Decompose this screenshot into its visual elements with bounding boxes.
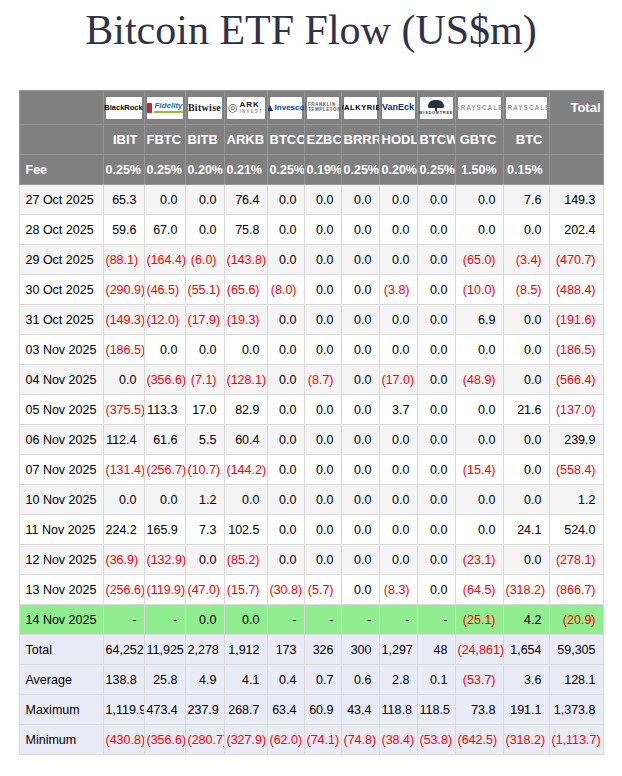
flow-value-cell: -: [379, 605, 417, 635]
flow-value-cell: 0.0: [144, 335, 185, 365]
wisdomtree-logo: WISDOMTREE: [420, 97, 453, 119]
ticker-cell: HODL: [379, 125, 417, 155]
franklin-logo: FRANKLINTEMPLETON: [307, 97, 339, 119]
flow-value-cell: 0.0: [379, 215, 417, 245]
flow-value-cell: 0.0: [455, 485, 503, 515]
summary-label-cell: Average: [19, 665, 103, 695]
flow-value-cell: 0.0: [503, 365, 549, 395]
date-cell: 27 Oct 2025: [19, 185, 103, 215]
summary-value-cell: 326: [304, 635, 341, 665]
flow-value-cell: 0.0: [144, 485, 185, 515]
flow-value-cell: (3.4): [503, 245, 549, 275]
summary-rows: Total64,25211,9252,2781,9121733263001,29…: [19, 635, 603, 755]
fee-cell: 0.20%: [379, 155, 417, 185]
flow-value-cell: 67.0: [144, 215, 185, 245]
summary-label-cell: Total: [19, 635, 103, 665]
flow-value-cell: (164.4): [144, 245, 185, 275]
summary-total-cell: 59,305: [549, 635, 603, 665]
flow-value-cell: 0.0: [417, 365, 455, 395]
brand-text: FRANKLINTEMPLETON: [308, 103, 341, 113]
ticker-cell: IBIT: [103, 125, 144, 155]
flow-value-cell: 0.0: [267, 335, 304, 365]
flow-value-cell: 0.0: [304, 395, 341, 425]
date-cell: 11 Nov 2025: [19, 515, 103, 545]
flow-value-cell: 21.6: [503, 395, 549, 425]
provider-header-cell: GRAYSCALE: [503, 91, 549, 125]
fee-cell: 0.19%: [304, 155, 341, 185]
flow-value-cell: (65.0): [455, 245, 503, 275]
flow-value-cell: 0.0: [417, 545, 455, 575]
flow-value-cell: (88.1): [103, 245, 144, 275]
summary-value-cell: 0.6: [341, 665, 379, 695]
summary-value-cell: (430.8): [103, 725, 144, 755]
summary-value-cell: (356.6): [144, 725, 185, 755]
flow-value-cell: 0.0: [304, 515, 341, 545]
flow-value-cell: 0.0: [304, 305, 341, 335]
summary-value-cell: 73.8: [455, 695, 503, 725]
flow-value-cell: 75.8: [224, 215, 267, 245]
flow-value-cell: (85.2): [224, 545, 267, 575]
brand-label: Fidelity: [154, 102, 182, 113]
flow-value-cell: 0.0: [503, 305, 549, 335]
flow-value-cell: 0.0: [267, 455, 304, 485]
flow-value-cell: 0.0: [304, 275, 341, 305]
provider-header-cell: VanEck: [379, 91, 417, 125]
summary-value-cell: 1,912: [224, 635, 267, 665]
flow-value-cell: 0.0: [304, 215, 341, 245]
flow-value-cell: 0.0: [267, 245, 304, 275]
table-row: 13 Nov 2025(256.6)(119.9)(47.0)(15.7)(30…: [19, 575, 603, 605]
flow-value-cell: 0.0: [267, 365, 304, 395]
date-cell: 04 Nov 2025: [19, 365, 103, 395]
date-cell: 07 Nov 2025: [19, 455, 103, 485]
summary-total-cell: (1,113.7): [549, 725, 603, 755]
brand-label: Bitwise: [188, 103, 221, 113]
flow-value-cell: -: [144, 605, 185, 635]
flow-value-cell: 0.0: [503, 485, 549, 515]
fee-cell: 0.25%: [341, 155, 379, 185]
flow-value-cell: 0.0: [304, 185, 341, 215]
summary-value-cell: 4.1: [224, 665, 267, 695]
flow-value-cell: 0.0: [455, 515, 503, 545]
summary-value-cell: (62.0): [267, 725, 304, 755]
invesco-logo: Invesco: [270, 97, 302, 119]
flow-value-cell: 0.0: [417, 455, 455, 485]
row-total-cell: (186.5): [549, 335, 603, 365]
flow-value-cell: (131.4): [103, 455, 144, 485]
total-fee-spacer: [549, 155, 603, 185]
row-total-cell: (137.0): [549, 395, 603, 425]
grayscale-logo: GRAYSCALE: [506, 97, 547, 119]
flow-value-cell: 0.0: [417, 245, 455, 275]
flow-value-cell: 0.0: [267, 305, 304, 335]
summary-value-cell: 1,119.9: [103, 695, 144, 725]
flow-value-cell: 0.0: [379, 185, 417, 215]
flow-value-cell: 6.9: [455, 305, 503, 335]
flow-value-cell: (30.8): [267, 575, 304, 605]
flow-value-cell: 0.0: [144, 185, 185, 215]
table-header: BlackRockFidelityBitwise◎ARKINVESTInvesc…: [19, 91, 603, 185]
flow-value-cell: -: [103, 605, 144, 635]
flow-value-cell: -: [417, 605, 455, 635]
summary-value-cell: 300: [341, 635, 379, 665]
valkyrie-logo: VALKYRIE: [344, 97, 377, 119]
flow-value-cell: 17.0: [185, 395, 224, 425]
flow-value-cell: 102.5: [224, 515, 267, 545]
flow-value-cell: 0.0: [224, 335, 267, 365]
flow-value-cell: (256.6): [103, 575, 144, 605]
row-total-cell: (558.4): [549, 455, 603, 485]
summary-value-cell: 1,654: [503, 635, 549, 665]
flow-value-cell: 59.6: [103, 215, 144, 245]
flow-value-cell: 0.0: [224, 485, 267, 515]
flow-value-cell: (23.1): [455, 545, 503, 575]
table-row: 28 Oct 202559.667.00.075.80.00.00.00.00.…: [19, 215, 603, 245]
flow-value-cell: (8.3): [379, 575, 417, 605]
date-cell: 03 Nov 2025: [19, 335, 103, 365]
flow-value-cell: (144.2): [224, 455, 267, 485]
flow-value-cell: 0.0: [379, 335, 417, 365]
summary-value-cell: 237.9: [185, 695, 224, 725]
fidelity-logo: Fidelity: [147, 97, 183, 119]
date-cell: 05 Nov 2025: [19, 395, 103, 425]
flow-value-cell: 1.2: [185, 485, 224, 515]
flow-value-cell: 0.0: [341, 305, 379, 335]
flow-value-cell: 0.0: [341, 485, 379, 515]
flow-value-cell: 0.0: [267, 185, 304, 215]
